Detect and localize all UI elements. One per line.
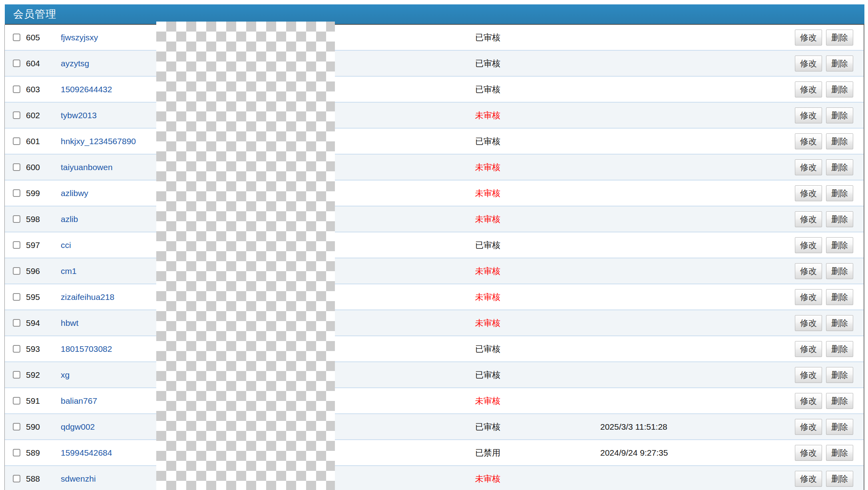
username-link[interactable]: hbwt xyxy=(61,318,78,327)
modify-button[interactable]: 修改 xyxy=(795,445,822,461)
modify-button[interactable]: 修改 xyxy=(795,159,822,175)
delete-button[interactable]: 删除 xyxy=(826,107,853,123)
modify-button[interactable]: 修改 xyxy=(795,237,822,253)
username-link[interactable]: cci xyxy=(61,240,71,250)
modify-button[interactable]: 修改 xyxy=(795,30,822,46)
delete-button[interactable]: 删除 xyxy=(826,159,853,175)
username-link[interactable]: cm1 xyxy=(61,266,77,276)
row-checkbox[interactable] xyxy=(13,371,20,379)
delete-button[interactable]: 删除 xyxy=(826,263,853,279)
table-row: 599 azlibwy 未审核 修改 删除 xyxy=(5,181,864,206)
delete-button[interactable]: 删除 xyxy=(826,211,853,227)
table-row: 590 qdgw002 已审核 2025/3/3 11:51:28 修改 删除 xyxy=(5,414,864,440)
row-checkbox[interactable] xyxy=(13,267,20,275)
username-link[interactable]: balian767 xyxy=(61,396,97,405)
table-row: 589 15994542684 已禁用 2024/9/24 9:27:35 修改… xyxy=(5,440,864,466)
username-link[interactable]: 15994542684 xyxy=(61,448,112,457)
table-row: 598 azlib 未审核 修改 删除 xyxy=(5,206,864,232)
row-checkbox[interactable] xyxy=(13,423,20,430)
status-text: 已审核 xyxy=(379,343,597,355)
delete-button[interactable]: 删除 xyxy=(826,133,853,149)
table-row: 592 xg 已审核 修改 删除 xyxy=(5,362,864,388)
row-checkbox[interactable] xyxy=(13,475,20,482)
delete-button[interactable]: 删除 xyxy=(826,367,853,383)
table-row: 602 tybw2013 未审核 修改 删除 xyxy=(5,103,864,129)
delete-button[interactable]: 删除 xyxy=(826,289,853,305)
row-checkbox[interactable] xyxy=(13,34,20,41)
status-text: 已审核 xyxy=(379,369,597,381)
username-link[interactable]: ayzytsg xyxy=(61,59,89,68)
delete-button[interactable]: 删除 xyxy=(826,315,853,331)
delete-button[interactable]: 删除 xyxy=(826,30,853,46)
delete-button[interactable]: 删除 xyxy=(826,341,853,357)
actions-cell: 修改 删除 xyxy=(789,367,864,383)
actions-cell: 修改 删除 xyxy=(789,237,864,253)
username-link[interactable]: hnkjxy_1234567890 xyxy=(61,137,136,146)
register-time: 2024/9/24 9:27:35 xyxy=(597,448,789,458)
table-row: 597 cci 已审核 修改 删除 xyxy=(5,232,864,258)
delete-button[interactable]: 删除 xyxy=(826,445,853,461)
username-link[interactable]: 18015703082 xyxy=(61,344,112,353)
row-checkbox[interactable] xyxy=(13,397,20,405)
username-link[interactable]: xg xyxy=(61,370,70,379)
modify-button[interactable]: 修改 xyxy=(795,471,822,487)
username-link[interactable]: tybw2013 xyxy=(61,111,97,120)
status-text: 未审核 xyxy=(379,110,597,121)
actions-cell: 修改 删除 xyxy=(789,445,864,461)
status-text: 未审核 xyxy=(379,395,597,407)
delete-button[interactable]: 删除 xyxy=(826,393,853,409)
modify-button[interactable]: 修改 xyxy=(795,341,822,357)
member-id: 589 xyxy=(26,448,59,458)
delete-button[interactable]: 删除 xyxy=(826,56,853,71)
delete-button[interactable]: 删除 xyxy=(826,185,853,201)
modify-button[interactable]: 修改 xyxy=(795,263,822,279)
member-id: 602 xyxy=(26,111,59,120)
username-link[interactable]: qdgw002 xyxy=(61,422,95,431)
username-link[interactable]: 15092644432 xyxy=(61,85,112,94)
modify-button[interactable]: 修改 xyxy=(795,107,822,123)
table-row: 594 hbwt 未审核 修改 删除 xyxy=(5,310,864,336)
row-checkbox[interactable] xyxy=(13,293,20,301)
checkbox-cell xyxy=(5,163,26,171)
row-checkbox[interactable] xyxy=(13,449,20,456)
table-row: 591 balian767 未审核 修改 删除 xyxy=(5,388,864,414)
status-text: 未审核 xyxy=(379,214,597,225)
row-checkbox[interactable] xyxy=(13,215,20,223)
delete-button[interactable]: 删除 xyxy=(826,81,853,97)
username-link[interactable]: azlib xyxy=(61,214,78,224)
row-checkbox[interactable] xyxy=(13,85,20,93)
row-checkbox[interactable] xyxy=(13,163,20,171)
modify-button[interactable]: 修改 xyxy=(795,211,822,227)
row-checkbox[interactable] xyxy=(13,60,20,67)
modify-button[interactable]: 修改 xyxy=(795,56,822,71)
modify-button[interactable]: 修改 xyxy=(795,133,822,149)
modify-button[interactable]: 修改 xyxy=(795,419,822,435)
delete-button[interactable]: 删除 xyxy=(826,471,853,487)
modify-button[interactable]: 修改 xyxy=(795,315,822,331)
actions-cell: 修改 删除 xyxy=(789,471,864,487)
row-checkbox[interactable] xyxy=(13,137,20,145)
checkbox-cell xyxy=(5,319,26,327)
modify-button[interactable]: 修改 xyxy=(795,289,822,305)
row-checkbox[interactable] xyxy=(13,319,20,327)
username-link[interactable]: fjwszyjsxy xyxy=(61,33,98,42)
modify-button[interactable]: 修改 xyxy=(795,367,822,383)
member-table: 605 fjwszyjsxy 已审核 修改 删除 604 ayzytsg 已审核… xyxy=(4,25,864,490)
username-link[interactable]: taiyuanbowen xyxy=(61,163,113,172)
actions-cell: 修改 删除 xyxy=(789,107,864,123)
row-checkbox[interactable] xyxy=(13,345,20,353)
row-checkbox[interactable] xyxy=(13,111,20,119)
modify-button[interactable]: 修改 xyxy=(795,81,822,97)
username-link[interactable]: zizaifeihua218 xyxy=(61,292,114,302)
modify-button[interactable]: 修改 xyxy=(795,393,822,409)
username-link[interactable]: sdwenzhi xyxy=(61,474,96,483)
actions-cell: 修改 删除 xyxy=(789,211,864,227)
modify-button[interactable]: 修改 xyxy=(795,185,822,201)
delete-button[interactable]: 删除 xyxy=(826,237,853,253)
row-checkbox[interactable] xyxy=(13,189,20,197)
delete-button[interactable]: 删除 xyxy=(826,419,853,435)
username-link[interactable]: azlibwy xyxy=(61,188,88,198)
row-checkbox[interactable] xyxy=(13,241,20,249)
status-text: 未审核 xyxy=(379,317,597,329)
actions-cell: 修改 删除 xyxy=(789,289,864,305)
